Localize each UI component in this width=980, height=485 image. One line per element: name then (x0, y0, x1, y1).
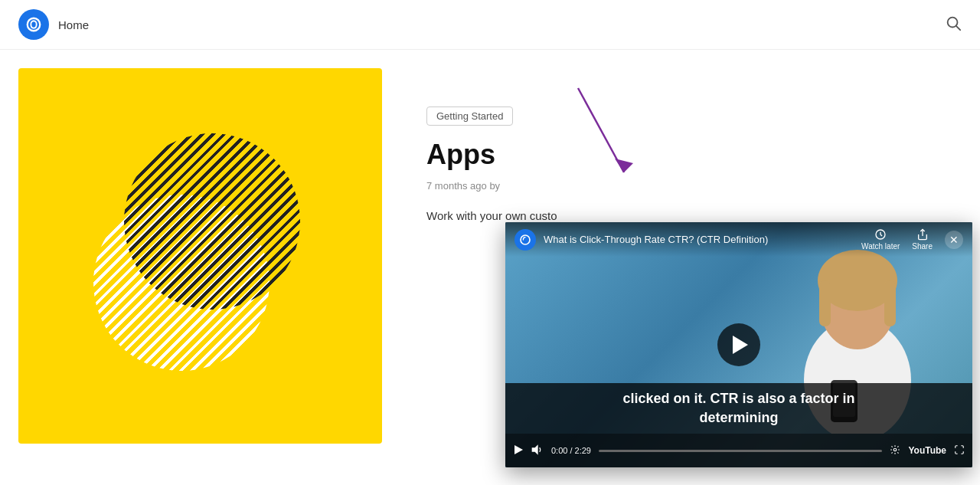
svg-rect-11 (819, 280, 831, 326)
article-meta: 7 months ago by (426, 180, 956, 192)
progress-bar[interactable] (599, 450, 882, 452)
svg-marker-15 (514, 445, 523, 454)
hero-image (18, 68, 382, 444)
nav-home[interactable]: Home (58, 18, 89, 31)
subtitle-text-line1: clicked on it. CTR is also a factor in (518, 389, 960, 408)
svg-point-0 (28, 18, 41, 31)
app-logo[interactable] (18, 9, 49, 40)
youtube-label[interactable]: YouTube (908, 445, 946, 456)
hero-graphic (78, 133, 323, 378)
arrow-annotation (555, 80, 647, 188)
video-time: 0:00 / 2:29 (551, 446, 591, 455)
svg-rect-12 (884, 280, 896, 326)
search-button[interactable] (945, 15, 962, 34)
play-button[interactable] (717, 323, 760, 366)
volume-button[interactable] (531, 444, 544, 457)
svg-line-2 (956, 26, 960, 30)
video-thumbnail: clicked on it. CTR is also a factor in d… (505, 222, 972, 467)
video-top-actions: Watch later Share ✕ (861, 228, 963, 251)
app-header: Home (0, 0, 980, 50)
watch-later-button[interactable]: Watch later (861, 228, 900, 251)
svg-point-5 (521, 235, 530, 244)
watch-later-label: Watch later (861, 242, 900, 251)
video-channel-logo (514, 229, 536, 251)
circle-black (124, 133, 300, 310)
subtitle-text-line2: determining (518, 408, 960, 428)
share-button[interactable]: Share (912, 228, 933, 251)
left-panel (0, 50, 402, 485)
video-close-button[interactable]: ✕ (945, 231, 963, 249)
article-badge: Getting Started (426, 107, 513, 126)
main-nav: Home (58, 18, 945, 31)
share-label: Share (912, 242, 933, 251)
settings-button[interactable] (890, 444, 900, 457)
svg-marker-16 (532, 444, 538, 454)
video-title: What is Click-Through Rate CTR? (CTR Def… (544, 234, 861, 245)
video-controls: 0:00 / 2:29 YouTube (505, 434, 972, 467)
subtitle-bar: clicked on it. CTR is also a factor in d… (505, 383, 972, 434)
article-title: Apps (426, 138, 956, 171)
video-player: What is Click-Through Rate CTR? (CTR Def… (505, 222, 972, 467)
video-top-bar: What is Click-Through Rate CTR? (CTR Def… (505, 222, 972, 257)
fullscreen-button[interactable] (954, 444, 965, 457)
svg-point-17 (894, 448, 897, 451)
play-icon (733, 336, 748, 354)
play-pause-button[interactable] (513, 444, 524, 457)
